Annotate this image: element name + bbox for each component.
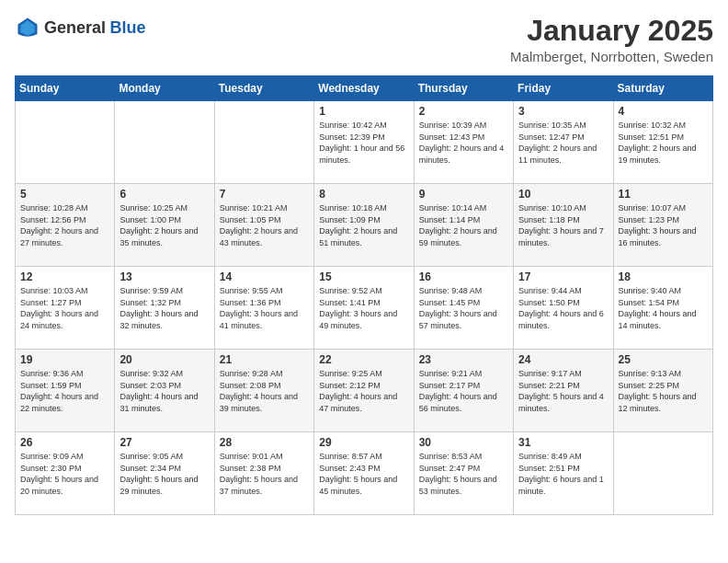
calendar-cell-4-3: 29Sunrise: 8:57 AM Sunset: 2:43 PM Dayli…	[314, 432, 414, 515]
day-content: Sunrise: 10:28 AM Sunset: 12:56 PM Dayli…	[20, 202, 109, 248]
day-content: Sunrise: 10:42 AM Sunset: 12:39 PM Dayli…	[319, 120, 408, 166]
day-content: Sunrise: 9:01 AM Sunset: 2:38 PM Dayligh…	[220, 451, 309, 497]
day-number: 24	[518, 353, 608, 366]
day-content: Sunrise: 9:32 AM Sunset: 2:03 PM Dayligh…	[119, 368, 209, 414]
day-number: 28	[220, 436, 309, 449]
calendar-cell-2-0: 12Sunrise: 10:03 AM Sunset: 1:27 PM Dayl…	[16, 267, 115, 350]
day-content: Sunrise: 10:10 AM Sunset: 1:18 PM Daylig…	[518, 202, 608, 248]
calendar-cell-1-6: 11Sunrise: 10:07 AM Sunset: 1:23 PM Dayl…	[613, 184, 712, 267]
weekday-header-saturday: Saturday	[613, 76, 712, 101]
day-number: 8	[319, 188, 408, 201]
day-content: Sunrise: 9:55 AM Sunset: 1:36 PM Dayligh…	[220, 285, 309, 331]
day-number: 21	[220, 353, 309, 366]
day-number: 25	[619, 353, 708, 366]
calendar-title: January 2025	[510, 15, 713, 47]
calendar-cell-0-2	[214, 101, 313, 184]
day-number: 23	[419, 353, 508, 366]
calendar-cell-4-4: 30Sunrise: 8:53 AM Sunset: 2:47 PM Dayli…	[414, 432, 513, 515]
day-content: Sunrise: 9:28 AM Sunset: 2:08 PM Dayligh…	[220, 368, 309, 414]
day-content: Sunrise: 9:36 AM Sunset: 1:59 PM Dayligh…	[20, 368, 109, 414]
calendar-cell-1-3: 8Sunrise: 10:18 AM Sunset: 1:09 PM Dayli…	[314, 184, 414, 267]
day-number: 3	[518, 105, 608, 118]
calendar-cell-3-6: 25Sunrise: 9:13 AM Sunset: 2:25 PM Dayli…	[613, 350, 712, 432]
calendar-cell-0-4: 2Sunrise: 10:39 AM Sunset: 12:43 PM Dayl…	[414, 101, 513, 184]
calendar-subtitle: Malmberget, Norrbotten, Sweden	[510, 49, 713, 64]
calendar-cell-2-5: 17Sunrise: 9:44 AM Sunset: 1:50 PM Dayli…	[514, 267, 613, 350]
day-content: Sunrise: 10:18 AM Sunset: 1:09 PM Daylig…	[319, 202, 408, 248]
day-content: Sunrise: 8:57 AM Sunset: 2:43 PM Dayligh…	[319, 451, 408, 497]
title-area: January 2025 Malmberget, Norrbotten, Swe…	[510, 15, 713, 64]
calendar-cell-2-2: 14Sunrise: 9:55 AM Sunset: 1:36 PM Dayli…	[214, 267, 313, 350]
day-content: Sunrise: 10:25 AM Sunset: 1:00 PM Daylig…	[119, 202, 209, 248]
day-number: 5	[20, 188, 109, 201]
day-content: Sunrise: 10:07 AM Sunset: 1:23 PM Daylig…	[619, 202, 708, 248]
day-content: Sunrise: 10:14 AM Sunset: 1:14 PM Daylig…	[419, 202, 508, 248]
day-content: Sunrise: 9:17 AM Sunset: 2:21 PM Dayligh…	[518, 368, 608, 414]
day-content: Sunrise: 9:44 AM Sunset: 1:50 PM Dayligh…	[518, 285, 608, 331]
day-content: Sunrise: 9:52 AM Sunset: 1:41 PM Dayligh…	[319, 285, 408, 331]
day-content: Sunrise: 9:59 AM Sunset: 1:32 PM Dayligh…	[119, 285, 209, 331]
weekday-header-thursday: Thursday	[414, 76, 513, 101]
day-number: 7	[220, 188, 309, 201]
calendar-cell-3-1: 20Sunrise: 9:32 AM Sunset: 2:03 PM Dayli…	[115, 350, 214, 432]
day-number: 29	[319, 436, 408, 449]
day-number: 9	[419, 188, 508, 201]
day-number: 11	[619, 188, 708, 201]
day-number: 18	[619, 270, 708, 283]
calendar-cell-3-3: 22Sunrise: 9:25 AM Sunset: 2:12 PM Dayli…	[314, 350, 414, 432]
day-number: 6	[119, 188, 209, 201]
calendar-cell-4-5: 31Sunrise: 8:49 AM Sunset: 2:51 PM Dayli…	[514, 432, 613, 515]
day-number: 20	[119, 353, 209, 366]
day-content: Sunrise: 9:21 AM Sunset: 2:17 PM Dayligh…	[419, 368, 508, 414]
day-number: 31	[518, 436, 608, 449]
day-content: Sunrise: 10:21 AM Sunset: 1:05 PM Daylig…	[220, 202, 309, 248]
week-row-4: 26Sunrise: 9:09 AM Sunset: 2:30 PM Dayli…	[16, 432, 713, 515]
calendar-cell-4-0: 26Sunrise: 9:09 AM Sunset: 2:30 PM Dayli…	[16, 432, 115, 515]
weekday-header-wednesday: Wednesday	[314, 76, 414, 101]
day-number: 1	[319, 105, 408, 118]
day-content: Sunrise: 8:53 AM Sunset: 2:47 PM Dayligh…	[419, 451, 508, 497]
calendar-cell-3-0: 19Sunrise: 9:36 AM Sunset: 1:59 PM Dayli…	[16, 350, 115, 432]
day-number: 12	[20, 270, 109, 283]
day-content: Sunrise: 9:13 AM Sunset: 2:25 PM Dayligh…	[619, 368, 708, 414]
week-row-3: 19Sunrise: 9:36 AM Sunset: 1:59 PM Dayli…	[16, 350, 713, 432]
weekday-header-tuesday: Tuesday	[214, 76, 313, 101]
logo-general: General	[44, 18, 106, 37]
calendar-cell-4-2: 28Sunrise: 9:01 AM Sunset: 2:38 PM Dayli…	[214, 432, 313, 515]
day-content: Sunrise: 9:48 AM Sunset: 1:45 PM Dayligh…	[419, 285, 508, 331]
day-content: Sunrise: 9:05 AM Sunset: 2:34 PM Dayligh…	[119, 451, 209, 497]
day-number: 26	[20, 436, 109, 449]
day-number: 17	[518, 270, 608, 283]
calendar-cell-1-2: 7Sunrise: 10:21 AM Sunset: 1:05 PM Dayli…	[214, 184, 313, 267]
week-row-0: 1Sunrise: 10:42 AM Sunset: 12:39 PM Dayl…	[16, 101, 713, 184]
calendar-cell-3-4: 23Sunrise: 9:21 AM Sunset: 2:17 PM Dayli…	[414, 350, 513, 432]
day-content: Sunrise: 10:35 AM Sunset: 12:47 PM Dayli…	[518, 120, 608, 166]
day-number: 16	[419, 270, 508, 283]
calendar-cell-3-2: 21Sunrise: 9:28 AM Sunset: 2:08 PM Dayli…	[214, 350, 313, 432]
day-content: Sunrise: 10:03 AM Sunset: 1:27 PM Daylig…	[20, 285, 109, 331]
weekday-header-friday: Friday	[514, 76, 613, 101]
calendar-table: SundayMondayTuesdayWednesdayThursdayFrid…	[15, 75, 713, 515]
calendar-cell-1-1: 6Sunrise: 10:25 AM Sunset: 1:00 PM Dayli…	[115, 184, 214, 267]
day-number: 27	[119, 436, 209, 449]
week-row-2: 12Sunrise: 10:03 AM Sunset: 1:27 PM Dayl…	[16, 267, 713, 350]
calendar-cell-0-6: 4Sunrise: 10:32 AM Sunset: 12:51 PM Dayl…	[613, 101, 712, 184]
calendar-cell-1-4: 9Sunrise: 10:14 AM Sunset: 1:14 PM Dayli…	[414, 184, 513, 267]
day-number: 10	[518, 188, 608, 201]
calendar-cell-2-6: 18Sunrise: 9:40 AM Sunset: 1:54 PM Dayli…	[613, 267, 712, 350]
logo-icon	[15, 15, 40, 40]
calendar-cell-4-6	[613, 432, 712, 515]
day-content: Sunrise: 9:09 AM Sunset: 2:30 PM Dayligh…	[20, 451, 109, 497]
day-content: Sunrise: 9:40 AM Sunset: 1:54 PM Dayligh…	[619, 285, 708, 331]
logo-blue: Blue	[110, 18, 146, 37]
day-number: 14	[220, 270, 309, 283]
day-number: 4	[619, 105, 708, 118]
calendar-cell-1-5: 10Sunrise: 10:10 AM Sunset: 1:18 PM Dayl…	[514, 184, 613, 267]
calendar-cell-0-1	[115, 101, 214, 184]
header: General Blue January 2025 Malmberget, No…	[15, 15, 713, 64]
calendar-cell-2-1: 13Sunrise: 9:59 AM Sunset: 1:32 PM Dayli…	[115, 267, 214, 350]
day-content: Sunrise: 10:32 AM Sunset: 12:51 PM Dayli…	[619, 120, 708, 166]
calendar-cell-0-3: 1Sunrise: 10:42 AM Sunset: 12:39 PM Dayl…	[314, 101, 414, 184]
day-content: Sunrise: 9:25 AM Sunset: 2:12 PM Dayligh…	[319, 368, 408, 414]
weekday-header-monday: Monday	[115, 76, 214, 101]
